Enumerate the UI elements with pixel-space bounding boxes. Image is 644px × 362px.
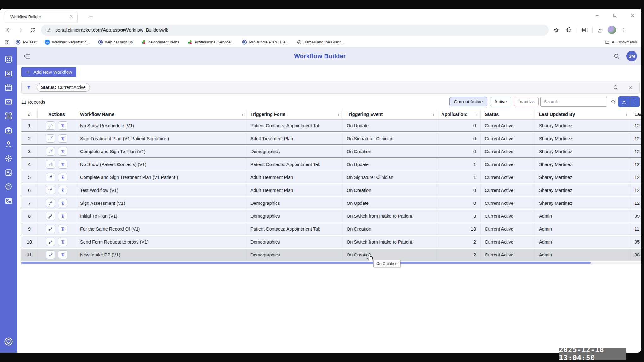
column-header[interactable]: Triggering Event [342,109,437,119]
table-menu-button[interactable] [630,96,640,107]
app-search-icon[interactable] [613,53,620,60]
edit-button[interactable] [46,199,55,207]
downloads-icon[interactable] [597,27,603,33]
address-bar[interactable]: portal.clinictracker.com/App.aspx#Workfl… [41,25,549,36]
minimize-icon[interactable] [593,11,601,19]
delete-button[interactable] [58,225,67,233]
add-workflow-button[interactable]: Add New Workflow [21,67,76,77]
table-row[interactable]: 2 Sign Treatment Plan (V1 Patient Signat… [21,133,641,145]
edit-button[interactable] [46,250,55,259]
filter-funnel-icon[interactable] [26,85,32,90]
column-menu-icon[interactable] [337,112,341,117]
sidebar-item-calendar[interactable] [4,83,13,92]
sidebar-item-patient-card[interactable] [4,69,13,78]
column-header[interactable]: Triggering Form [246,109,342,119]
horizontal-scrollbar[interactable] [21,262,641,264]
edit-button[interactable] [46,225,55,233]
sidebar-item-settings-gear[interactable] [4,154,13,163]
delete-button[interactable] [58,121,67,130]
edit-button[interactable] [46,186,55,194]
table-row[interactable]: 6 Test Workflow (V1) Adult Treatment Pla… [21,184,641,196]
table-row[interactable]: 1 No Show Reschedule (V1) Patient Contac… [21,120,641,132]
table-row[interactable]: 3 Complete and Sign Tx Plan (V1) Demogra… [21,146,641,158]
all-bookmarks-button[interactable]: All Bookmarks [605,40,637,45]
sidebar-item-checklist[interactable] [4,168,13,177]
sidebar-item-person[interactable] [4,140,13,149]
table-row[interactable]: 7 Sign Assessment (V1) Demographics On U… [21,197,641,209]
window-close-icon[interactable] [628,11,636,19]
status-filter-inactive[interactable]: Inactive [514,97,539,106]
status-filter-current-active[interactable]: Current Active [449,97,487,106]
column-header[interactable]: Application: [437,109,480,119]
browser-tab[interactable]: Workflow Builder [4,11,78,22]
table-row[interactable]: 10 Send Form Request to proxy (V1) Demog… [21,236,641,248]
column-header[interactable]: Status [480,109,535,119]
sidebar-item-video-contact[interactable] [4,197,13,205]
edit-button[interactable] [46,238,55,246]
column-menu-icon[interactable] [529,112,533,117]
column-header[interactable]: Last Updated By [535,109,630,119]
scrollbar-thumb[interactable] [21,262,591,264]
table-row[interactable]: 9 For the Same Record Of (V1) Patient Co… [21,223,641,235]
delete-button[interactable] [58,186,67,194]
side-panel-search-icon[interactable] [582,27,588,33]
sidebar-item-scan-document[interactable] [4,112,13,120]
table-row[interactable]: 5 Complete and Sign Treatment Plan (V1 P… [21,171,641,183]
profile-avatar[interactable] [608,26,616,34]
sidebar-item-mail[interactable] [4,97,13,106]
sidebar-item-dashboard[interactable] [4,55,13,64]
edit-button[interactable] [46,212,55,220]
bookmark-item[interactable]: devlopment items [137,40,183,45]
tab-close-icon[interactable] [68,14,74,20]
delete-button[interactable] [58,250,67,259]
bookmark-item[interactable]: webinar sign up [94,40,137,45]
table-row[interactable]: 4 No Show (Patient Contacts) (V1) Patien… [21,158,641,170]
column-header[interactable]: Las [630,109,641,119]
sidebar-item-medical-kit[interactable] [4,126,13,135]
filter-close-icon[interactable] [628,85,633,90]
table-row[interactable]: 11 New Intake PP (V1) Demographics On Cr… [21,249,641,261]
table-search-icon[interactable] [610,99,616,105]
column-header[interactable]: # [21,109,37,119]
column-menu-icon[interactable] [240,112,245,117]
edit-button[interactable] [46,147,55,156]
new-tab-button[interactable] [86,12,95,21]
delete-button[interactable] [58,134,67,143]
bookmark-item[interactable]: James and the Giant... [293,40,348,45]
bookmark-item[interactable]: PP Test [16,40,41,45]
column-header[interactable]: Actions [37,109,76,119]
bookmark-item[interactable]: ProBundle Plan | Fle... [238,40,293,45]
edit-button[interactable] [46,160,55,169]
menu-toggle-icon[interactable] [22,51,32,61]
reload-icon[interactable] [27,25,38,35]
delete-button[interactable] [58,160,67,169]
user-avatar[interactable]: SM [626,51,637,61]
column-header[interactable]: Workflow Name [76,109,246,119]
back-icon[interactable] [3,25,14,35]
extensions-icon[interactable] [566,27,572,33]
column-menu-icon[interactable] [624,112,629,117]
edit-button[interactable] [46,121,55,130]
column-menu-icon[interactable] [431,112,436,117]
delete-button[interactable] [58,199,67,207]
delete-button[interactable] [58,212,67,220]
filter-chip[interactable]: Status: Current Active [37,83,90,92]
search-input[interactable] [540,97,607,107]
filter-search-icon[interactable] [613,84,619,90]
delete-button[interactable] [58,238,67,246]
bookmark-star-icon[interactable] [553,27,559,33]
table-row[interactable]: 8 Initial Tx Plan (V1) Demographics On S… [21,210,641,222]
chrome-menu-icon[interactable] [620,27,626,33]
maximize-icon[interactable] [611,11,619,19]
delete-button[interactable] [58,173,67,181]
apps-grid-icon[interactable] [4,40,10,45]
edit-button[interactable] [46,173,55,181]
delete-button[interactable] [58,147,67,156]
sidebar-item-help[interactable] [4,182,13,191]
forward-icon[interactable] [15,25,26,35]
bookmark-item[interactable]: Professional Service... [183,40,238,45]
export-download-button[interactable] [618,96,630,107]
bookmark-item[interactable]: zmWebinar Registratio... [41,40,94,45]
status-filter-active[interactable]: Active [490,97,512,106]
edit-button[interactable] [46,134,55,143]
